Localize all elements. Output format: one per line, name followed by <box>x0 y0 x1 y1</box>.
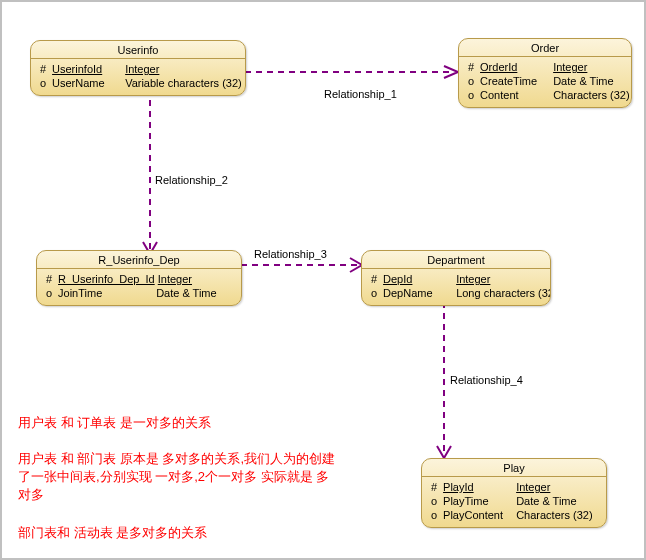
attr-row: # OrderId Integer <box>465 60 625 74</box>
marker: o <box>465 88 477 102</box>
marker: o <box>43 286 55 300</box>
attr-row: o Content Characters (32) <box>465 88 625 102</box>
relationship-label-3: Relationship_3 <box>254 248 327 260</box>
attr-name: JoinTime <box>58 286 153 300</box>
attr-name: PlayId <box>443 480 513 494</box>
attr-name: UserName <box>52 76 122 90</box>
entity-body: # OrderId Integer o CreateTime Date & Ti… <box>459 57 631 107</box>
relationship-label-1: Relationship_1 <box>324 88 397 100</box>
attr-name: OrderId <box>480 60 550 74</box>
entity-title: Userinfo <box>31 41 245 59</box>
marker: o <box>465 74 477 88</box>
attr-type: Date & Time <box>553 74 614 88</box>
attr-type: Long characters (32) <box>456 286 551 300</box>
attr-type: Variable characters (32) <box>125 76 242 90</box>
attr-name: UserinfoId <box>52 62 122 76</box>
attr-type: Characters (32) <box>516 508 592 522</box>
entity-title: Play <box>422 459 606 477</box>
entity-title: Order <box>459 39 631 57</box>
attr-type: Date & Time <box>516 494 577 508</box>
pk-marker: # <box>37 62 49 76</box>
pk-marker: # <box>465 60 477 74</box>
attr-name: Content <box>480 88 550 102</box>
attr-row: o CreateTime Date & Time <box>465 74 625 88</box>
entity-body: # PlayId Integer o PlayTime Date & Time … <box>422 477 606 527</box>
attr-row: # UserinfoId Integer <box>37 62 239 76</box>
attr-row: o PlayTime Date & Time <box>428 494 600 508</box>
attr-row: o UserName Variable characters (32) <box>37 76 239 90</box>
marker: o <box>368 286 380 300</box>
pk-marker: # <box>43 272 55 286</box>
pk-marker: # <box>428 480 440 494</box>
attr-type: Characters (32) <box>553 88 629 102</box>
attr-name: R_Userinfo_Dep_Id <box>58 272 155 286</box>
attr-name: DepId <box>383 272 453 286</box>
attr-row: # R_Userinfo_Dep_Id Integer <box>43 272 235 286</box>
attr-row: o DepName Long characters (32) <box>368 286 544 300</box>
marker: o <box>37 76 49 90</box>
attr-row: # PlayId Integer <box>428 480 600 494</box>
attr-name: PlayContent <box>443 508 513 522</box>
relationship-label-4: Relationship_4 <box>450 374 523 386</box>
entity-body: # UserinfoId Integer o UserName Variable… <box>31 59 245 95</box>
attr-type: Integer <box>456 272 490 286</box>
attr-name: CreateTime <box>480 74 550 88</box>
entity-title: R_Userinfo_Dep <box>37 251 241 269</box>
attr-row: # DepId Integer <box>368 272 544 286</box>
caption-text-2: 用户表 和 部门表 原本是 多对多的关系,我们人为的创建了一张中间表,分别实现 … <box>18 450 342 504</box>
attr-row: o PlayContent Characters (32) <box>428 508 600 522</box>
caption-text-3: 部门表和 活动表 是多对多的关系 <box>18 524 207 542</box>
entity-order[interactable]: Order # OrderId Integer o CreateTime Dat… <box>458 38 632 108</box>
entity-r-userinfo-dep[interactable]: R_Userinfo_Dep # R_Userinfo_Dep_Id Integ… <box>36 250 242 306</box>
attr-type: Date & Time <box>156 286 217 300</box>
caption-text-1: 用户表 和 订单表 是一对多的关系 <box>18 414 211 432</box>
relationship-label-2: Relationship_2 <box>155 174 228 186</box>
pk-marker: # <box>368 272 380 286</box>
attr-type: Integer <box>553 60 587 74</box>
entity-title: Department <box>362 251 550 269</box>
entity-play[interactable]: Play # PlayId Integer o PlayTime Date & … <box>421 458 607 528</box>
attr-type: Integer <box>125 62 159 76</box>
attr-name: DepName <box>383 286 453 300</box>
entity-department[interactable]: Department # DepId Integer o DepName Lon… <box>361 250 551 306</box>
attr-type: Integer <box>516 480 550 494</box>
entity-body: # DepId Integer o DepName Long character… <box>362 269 550 305</box>
entity-body: # R_Userinfo_Dep_Id Integer o JoinTime D… <box>37 269 241 305</box>
marker: o <box>428 508 440 522</box>
attr-row: o JoinTime Date & Time <box>43 286 235 300</box>
attr-type: Integer <box>158 272 192 286</box>
entity-userinfo[interactable]: Userinfo # UserinfoId Integer o UserName… <box>30 40 246 96</box>
attr-name: PlayTime <box>443 494 513 508</box>
marker: o <box>428 494 440 508</box>
